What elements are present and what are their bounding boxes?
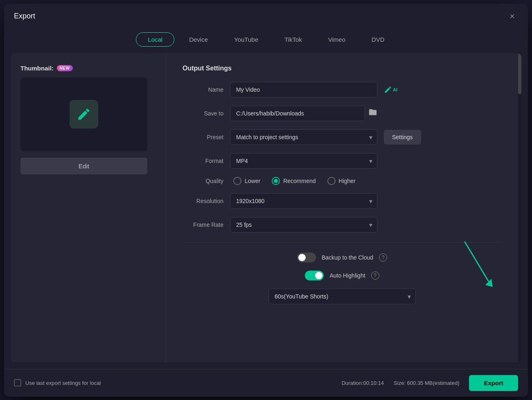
bottom-info: Duration:00:10:14 Size: 600.35 MB(estima… xyxy=(342,375,518,391)
backup-cloud-help-icon[interactable]: ? xyxy=(379,253,387,262)
quality-label: Quality xyxy=(183,178,223,184)
ai-name-button[interactable]: AI xyxy=(384,86,397,94)
left-panel: Thumbnail: NEW Edit xyxy=(11,53,166,362)
export-dialog: Export × Local Device YouTube TikTok Vim… xyxy=(4,4,528,397)
highlight-duration-select-wrap: 60s(YouTube Shorts) xyxy=(268,289,416,304)
quality-higher-label: Higher xyxy=(339,178,356,184)
auto-highlight-toggle[interactable] xyxy=(305,271,324,280)
quality-options: Lower Recommend Higher xyxy=(233,177,356,185)
close-button[interactable]: × xyxy=(506,10,518,23)
frame-rate-select[interactable]: 25 fps xyxy=(230,217,377,233)
radio-higher xyxy=(327,177,336,185)
highlight-duration-select[interactable]: 60s(YouTube Shorts) xyxy=(268,289,416,304)
output-settings-title: Output Settings xyxy=(183,65,502,72)
size-info: Size: 600.35 MB(estimated) xyxy=(394,380,459,386)
format-select-wrap: MP4 xyxy=(230,153,377,169)
edit-button[interactable]: Edit xyxy=(20,158,147,174)
auto-highlight-knob xyxy=(315,272,322,279)
radio-recommend-fill xyxy=(274,179,278,183)
backup-cloud-row: Backup to the Cloud ? xyxy=(183,253,502,262)
thumbnail-icon-wrap xyxy=(70,100,98,129)
dialog-title: Export xyxy=(14,12,35,20)
name-label: Name xyxy=(183,86,223,93)
right-panel: Output Settings Name AI Save to xyxy=(166,53,518,362)
format-label: Format xyxy=(183,158,223,164)
tab-tiktok[interactable]: TikTok xyxy=(273,32,313,47)
duration-info: Duration:00:10:14 xyxy=(342,380,384,386)
settings-button[interactable]: Settings xyxy=(384,130,421,145)
last-export-label: Use last export settings for local xyxy=(25,380,101,386)
quality-lower-label: Lower xyxy=(245,178,260,184)
arrow-svg xyxy=(461,238,494,295)
frame-rate-label: Frame Rate xyxy=(183,221,223,228)
quality-higher[interactable]: Higher xyxy=(327,177,356,185)
arrow-indicator xyxy=(461,238,494,297)
tab-local[interactable]: Local xyxy=(136,32,174,47)
auto-highlight-help-icon[interactable]: ? xyxy=(371,271,379,280)
preset-label: Preset xyxy=(183,134,223,140)
name-row: Name AI xyxy=(183,82,502,97)
thumbnail-preview xyxy=(20,77,147,151)
resolution-select[interactable]: 1920x1080 xyxy=(230,193,377,209)
quality-recommend[interactable]: Recommend xyxy=(272,177,316,185)
resolution-row: Resolution 1920x1080 xyxy=(183,193,502,209)
name-input[interactable] xyxy=(230,82,377,97)
save-to-row: Save to xyxy=(183,106,502,121)
export-button[interactable]: Export xyxy=(469,375,518,391)
thumbnail-section-label: Thumbnail: NEW xyxy=(20,65,156,72)
tabs-bar: Local Device YouTube TikTok Vimeo DVD xyxy=(4,29,528,53)
tab-vimeo[interactable]: Vimeo xyxy=(317,32,357,47)
title-bar: Export × xyxy=(4,4,528,29)
radio-recommend xyxy=(272,177,280,185)
tab-dvd[interactable]: DVD xyxy=(360,32,396,47)
preset-select-wrap: Match to project settings xyxy=(230,129,377,145)
edit-icon xyxy=(77,107,91,122)
bottom-bar: Use last export settings for local Durat… xyxy=(4,369,528,397)
tab-device[interactable]: Device xyxy=(178,32,219,47)
scrollbar-track xyxy=(518,53,521,362)
ai-pencil-icon xyxy=(384,86,392,94)
frame-rate-select-wrap: 25 fps xyxy=(230,217,377,233)
quality-row: Quality Lower Recommend Higher xyxy=(183,177,502,185)
thumbnail-text: Thumbnail: xyxy=(20,65,54,72)
quality-recommend-label: Recommend xyxy=(283,178,316,184)
last-export-section: Use last export settings for local xyxy=(14,379,101,386)
scrollbar-thumb[interactable] xyxy=(518,53,521,94)
backup-cloud-label: Backup to the Cloud xyxy=(322,254,373,261)
quality-lower[interactable]: Lower xyxy=(233,177,260,185)
save-to-label: Save to xyxy=(183,110,223,117)
auto-highlight-row: Auto Highlight ? xyxy=(183,271,502,280)
format-row: Format MP4 xyxy=(183,153,502,169)
backup-cloud-knob xyxy=(298,254,306,261)
preset-select[interactable]: Match to project settings xyxy=(230,129,377,145)
resolution-select-wrap: 1920x1080 xyxy=(230,193,377,209)
resolution-label: Resolution xyxy=(183,198,223,204)
last-export-checkbox[interactable] xyxy=(14,379,21,386)
save-to-field-group xyxy=(230,106,377,121)
format-select[interactable]: MP4 xyxy=(230,153,377,169)
frame-rate-row: Frame Rate 25 fps xyxy=(183,217,502,233)
save-to-input[interactable] xyxy=(230,106,365,121)
auto-highlight-label: Auto Highlight xyxy=(329,272,365,279)
new-badge: NEW xyxy=(57,65,73,71)
divider xyxy=(183,242,502,243)
ai-label: AI xyxy=(393,87,397,92)
main-content: Thumbnail: NEW Edit Output Settings Name xyxy=(11,53,521,362)
highlight-duration-wrap: 60s(YouTube Shorts) xyxy=(183,289,502,304)
tab-youtube[interactable]: YouTube xyxy=(223,32,270,47)
backup-cloud-toggle[interactable] xyxy=(297,253,316,262)
preset-row: Preset Match to project settings Setting… xyxy=(183,129,502,145)
radio-lower xyxy=(233,177,241,185)
folder-icon[interactable] xyxy=(368,108,377,119)
